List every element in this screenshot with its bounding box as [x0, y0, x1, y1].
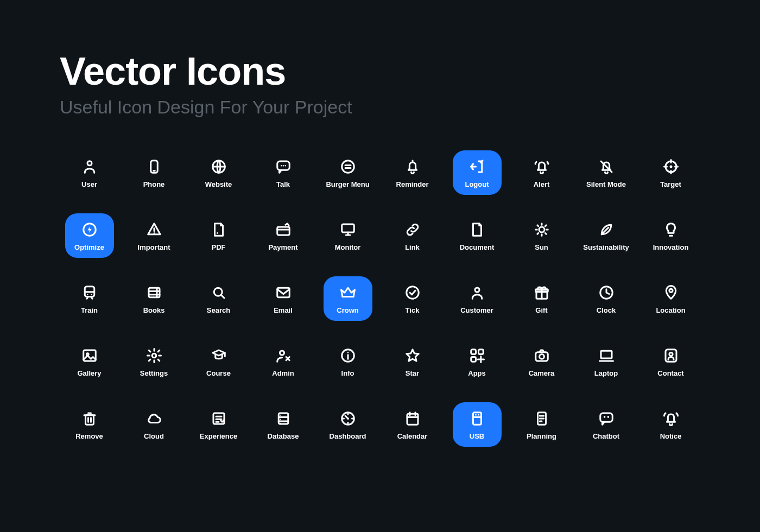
icon-tile-sustainability[interactable]: Sustainability	[582, 213, 631, 258]
settings-icon	[145, 346, 163, 365]
icon-tile-gallery[interactable]: Gallery	[65, 339, 114, 384]
innovation-icon	[662, 220, 680, 239]
icon-tile-monitor[interactable]: Monitor	[324, 213, 372, 258]
svg-rect-53	[475, 414, 477, 415]
icon-label: Monitor	[335, 243, 361, 251]
clock-icon	[597, 283, 616, 302]
icon-tile-books[interactable]: Books	[130, 276, 179, 321]
icon-label: Info	[341, 369, 354, 377]
contact-icon	[662, 346, 680, 365]
icon-tile-customer[interactable]: Customer	[453, 276, 502, 321]
user-icon	[80, 157, 99, 176]
icon-tile-crown[interactable]: Crown	[324, 276, 372, 321]
icon-tile-gift[interactable]: Gift	[517, 276, 566, 321]
icon-tile-course[interactable]: Course	[194, 339, 243, 384]
icon-label: Apps	[468, 369, 486, 377]
icon-tile-document[interactable]: Document	[453, 213, 502, 258]
remove-icon	[80, 409, 99, 428]
icon-tile-target[interactable]: Target	[647, 150, 695, 195]
icon-tile-dashboard[interactable]: Dashboard	[324, 402, 372, 447]
icon-tile-planning[interactable]: Planning	[517, 402, 566, 447]
icon-label: Tick	[406, 306, 420, 314]
icon-tile-optimize[interactable]: Optimize	[65, 213, 114, 258]
sustainability-icon	[597, 220, 616, 239]
icon-tile-burger-menu[interactable]: Burger Menu	[324, 150, 372, 195]
svg-rect-56	[600, 413, 612, 422]
icon-tile-remove[interactable]: Remove	[65, 402, 114, 447]
svg-point-7	[341, 160, 354, 173]
logout-icon	[468, 157, 486, 176]
svg-rect-45	[278, 413, 288, 424]
svg-rect-36	[478, 349, 483, 354]
icon-tile-chatbot[interactable]: Chatbot	[582, 402, 631, 447]
icon-tile-payment[interactable]: Payment	[259, 213, 308, 258]
experience-icon	[210, 409, 228, 428]
icon-tile-admin[interactable]: Admin	[259, 339, 308, 384]
svg-point-24	[475, 288, 479, 292]
icon-tile-settings[interactable]: Settings	[130, 339, 179, 384]
svg-point-18	[87, 294, 88, 295]
icon-tile-reminder[interactable]: Reminder	[388, 150, 437, 195]
icon-tile-tick[interactable]: Tick	[388, 276, 437, 321]
icon-label: Gift	[535, 306, 547, 314]
gallery-icon	[80, 346, 99, 365]
icon-tile-star[interactable]: Star	[388, 339, 437, 384]
icon-tile-camera[interactable]: Camera	[517, 339, 566, 384]
location-icon	[662, 283, 680, 302]
icon-tile-talk[interactable]: Talk	[259, 150, 308, 195]
crown-icon	[339, 283, 357, 302]
svg-point-39	[539, 354, 544, 359]
icon-tile-phone[interactable]: Phone	[130, 150, 179, 195]
icon-label: Sustainability	[583, 243, 629, 251]
icon-label: Remove	[75, 432, 103, 440]
icon-tile-search[interactable]: Search	[194, 276, 243, 321]
icon-tile-alert[interactable]: Alert	[517, 150, 566, 195]
train-icon	[80, 283, 99, 302]
icon-label: Important	[138, 243, 170, 251]
icon-tile-innovation[interactable]: Innovation	[647, 213, 695, 258]
icon-tile-info[interactable]: Info	[324, 339, 372, 384]
alert-icon	[533, 157, 551, 176]
icon-tile-logout[interactable]: Logout	[453, 150, 502, 195]
icon-tile-cloud[interactable]: Cloud	[130, 402, 179, 447]
icon-tile-pdf[interactable]: PDF	[194, 213, 243, 258]
icon-tile-silent-mode[interactable]: Silent Mode	[582, 150, 631, 195]
icon-tile-apps[interactable]: Apps	[453, 339, 502, 384]
dashboard-icon	[339, 409, 357, 428]
icon-label: Contact	[657, 369, 683, 377]
calendar-icon	[403, 409, 422, 428]
icon-tile-experience[interactable]: Experience	[194, 402, 243, 447]
icon-tile-user[interactable]: User	[65, 150, 114, 195]
icon-tile-usb[interactable]: USB	[453, 402, 502, 447]
icon-tile-laptop[interactable]: Laptop	[582, 339, 631, 384]
talk-icon	[274, 157, 293, 176]
svg-rect-57	[604, 416, 605, 418]
icon-tile-calendar[interactable]: Calendar	[388, 402, 437, 447]
reminder-icon	[403, 157, 422, 176]
icon-tile-email[interactable]: Email	[259, 276, 308, 321]
icon-label: Innovation	[653, 243, 689, 251]
page-title: Vector Icons	[60, 49, 700, 93]
svg-rect-15	[341, 224, 354, 232]
icon-tile-notice[interactable]: Notice	[647, 402, 695, 447]
svg-point-12	[153, 232, 155, 234]
icon-tile-database[interactable]: Database	[259, 402, 308, 447]
info-icon	[339, 346, 357, 365]
icon-tile-website[interactable]: Website	[194, 150, 243, 195]
icon-tile-location[interactable]: Location	[647, 276, 695, 321]
books-icon	[145, 283, 163, 302]
planning-icon	[533, 409, 551, 428]
icon-label: Notice	[660, 432, 682, 440]
icon-label: Customer	[460, 306, 493, 314]
svg-rect-20	[149, 288, 160, 297]
icon-label: Talk	[276, 180, 290, 188]
icon-tile-important[interactable]: Important	[130, 213, 179, 258]
icon-tile-contact[interactable]: Contact	[647, 339, 695, 384]
icon-tile-link[interactable]: Link	[388, 213, 437, 258]
icon-tile-train[interactable]: Train	[65, 276, 114, 321]
icon-tile-sun[interactable]: Sun	[517, 213, 566, 258]
icon-label: Admin	[272, 369, 294, 377]
icon-label: Link	[405, 243, 420, 251]
svg-rect-22	[277, 288, 289, 297]
icon-tile-clock[interactable]: Clock	[582, 276, 631, 321]
